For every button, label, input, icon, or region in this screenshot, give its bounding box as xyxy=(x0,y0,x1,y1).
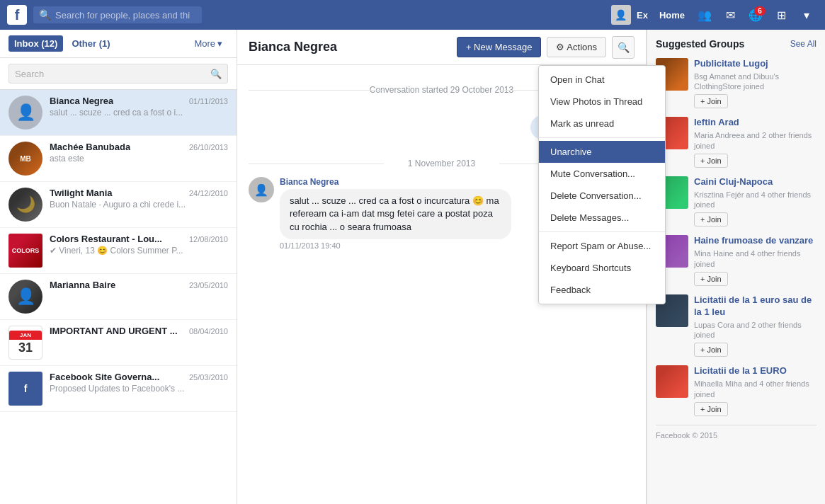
message-date: 12/08/2010 xyxy=(189,235,228,244)
group-description: Maria Andreea and 2 other friends joined xyxy=(694,130,817,151)
join-group-button[interactable]: + Join xyxy=(694,402,728,416)
nav-apps-icon[interactable]: ⊞ xyxy=(770,5,792,25)
nav-home-link[interactable]: Home xyxy=(654,10,690,21)
message-preview: Buon Natale · Auguro a chi crede i... xyxy=(50,200,228,210)
see-all-link[interactable]: See All xyxy=(790,39,817,49)
dropdown-item-unarchive[interactable]: Unarchive xyxy=(539,141,665,163)
list-item[interactable]: 👤 Marianna Baire 23/05/2010 xyxy=(0,274,237,320)
list-item[interactable]: f Facebook Site Governa... 25/03/2010 Pr… xyxy=(0,366,237,412)
dropdown-item-mute[interactable]: Mute Conversation... xyxy=(539,163,665,185)
message-date: 01/11/2013 xyxy=(189,97,228,105)
message-avatar: 👤 xyxy=(249,177,274,202)
nav-dropdown-icon[interactable]: ▾ xyxy=(795,5,818,25)
avatar: f xyxy=(8,372,42,406)
group-description: Mihaella Miha and 4 other friends joined xyxy=(694,379,817,399)
message-preview: Proposed Updates to Facebook's ... xyxy=(50,384,228,394)
dropdown-item-mark-unread[interactable]: Mark as unread xyxy=(539,113,665,134)
join-group-button[interactable]: + Join xyxy=(694,154,728,168)
search-icon: 🔍 xyxy=(210,69,222,79)
message-list: 👤 Bianca Negrea 01/11/2013 salut ... scu… xyxy=(0,90,237,504)
message-search-input[interactable] xyxy=(15,69,206,79)
nav-notifications-icon[interactable]: 🌐 6 xyxy=(744,5,767,25)
group-name[interactable]: Licitatii de la 1 EURO xyxy=(694,365,817,377)
avatar: JAN 31 xyxy=(8,326,42,360)
facebook-logo: f xyxy=(7,5,27,25)
list-item[interactable]: 🌙 Twilight Mania 24/12/2010 Buon Natale … xyxy=(0,182,237,228)
group-item: Haine frumoase de vanzare Mina Haine and… xyxy=(656,235,817,285)
nav-username[interactable]: Ex xyxy=(637,10,648,21)
dropdown-item-delete-messages[interactable]: Delete Messages... xyxy=(539,207,665,229)
dropdown-item-feedback[interactable]: Feedback xyxy=(539,279,665,301)
message-sender-name: IMPORTANT AND URGENT ... xyxy=(50,326,178,336)
dropdown-item-view-photos[interactable]: View Photos in Thread xyxy=(539,91,665,113)
list-item[interactable]: COLORS Colors Restaurant - Lou... 12/08/… xyxy=(0,228,237,274)
right-sidebar: Suggested Groups See All Publicitate Lug… xyxy=(647,30,825,504)
nav-icons-group: 👤 Ex Home 👥 ✉ 🌐 6 ⊞ ▾ xyxy=(611,5,818,25)
group-description: Bsg Amanet and Dibuu's ClothingStore joi… xyxy=(694,71,817,92)
message-sender-name: Colors Restaurant - Lou... xyxy=(50,234,162,244)
top-navigation: f 🔍 👤 Ex Home 👥 ✉ 🌐 6 ⊞ ▾ xyxy=(0,0,825,30)
suggested-groups-title: Suggested Groups xyxy=(656,38,744,50)
group-description: Lupas Cora and 2 other friends joined xyxy=(694,320,817,340)
message-date: 24/12/2010 xyxy=(189,189,228,197)
group-name[interactable]: Licitatii de la 1 euro sau de la 1 leu xyxy=(694,294,817,319)
group-item: Licitatii de la 1 euro sau de la 1 leu L… xyxy=(656,294,817,357)
message-sender-name: Facebook Site Governa... xyxy=(50,372,159,382)
dropdown-item-keyboard-shortcuts[interactable]: Keyboard Shortcuts xyxy=(539,257,665,279)
join-group-button[interactable]: + Join xyxy=(694,343,728,357)
actions-button[interactable]: ⚙ Actions xyxy=(547,37,606,57)
list-item[interactable]: JAN 31 IMPORTANT AND URGENT ... 08/04/20… xyxy=(0,320,237,366)
dropdown-divider xyxy=(539,137,665,138)
avatar: 🌙 xyxy=(8,188,42,222)
dropdown-item-report-spam[interactable]: Report Spam or Abuse... xyxy=(539,235,665,257)
avatar: COLORS xyxy=(8,234,42,268)
join-group-button[interactable]: + Join xyxy=(694,272,728,286)
search-icon: 🔍 xyxy=(39,9,51,21)
actions-dropdown-menu: Open in Chat View Photos in Thread Mark … xyxy=(538,65,666,304)
group-name[interactable]: Ieftin Arad xyxy=(694,117,817,129)
join-group-button[interactable]: + Join xyxy=(694,212,728,227)
group-name[interactable]: Haine frumoase de vanzare xyxy=(694,235,817,247)
group-item: Caini Cluj-Napoca Krisztina Fejér and 4 … xyxy=(656,176,817,227)
nav-messages-icon[interactable]: ✉ xyxy=(719,5,741,25)
group-item: Licitatii de la 1 EURO Mihaella Miha and… xyxy=(656,365,817,416)
message-preview: ✔ Vineri, 13 😊 Colors Summer P... xyxy=(50,246,228,256)
avatar: MB xyxy=(8,142,42,176)
inbox-tab[interactable]: Inbox (12) xyxy=(8,35,63,52)
facebook-footer: Facebook © 2015 xyxy=(656,425,817,440)
message-sender-name: Machée Banubada xyxy=(50,142,130,152)
group-name[interactable]: Caini Cluj-Napoca xyxy=(694,176,817,188)
more-button[interactable]: More ▾ xyxy=(188,35,228,52)
conversation-title: Bianca Negrea xyxy=(249,40,451,55)
message-preview: asta este xyxy=(50,154,228,164)
join-group-button[interactable]: + Join xyxy=(694,94,728,108)
message-date: 26/10/2013 xyxy=(189,143,228,151)
left-sidebar: Inbox (12) Other (1) More ▾ 🔍 👤 Bianc xyxy=(0,30,237,504)
inbox-tabs-bar: Inbox (12) Other (1) More ▾ xyxy=(0,30,237,58)
group-avatar xyxy=(656,365,688,398)
global-search-input[interactable] xyxy=(55,10,190,21)
message-sender-name: Marianna Baire xyxy=(50,280,115,290)
message-bubble: salut ... scuze ... cred ca a fost o inc… xyxy=(280,189,511,239)
dropdown-item-open-in-chat[interactable]: Open in Chat xyxy=(539,69,665,91)
global-search-bar[interactable]: 🔍 xyxy=(33,6,203,24)
suggested-groups-header: Suggested Groups See All xyxy=(656,38,817,50)
main-layout: Inbox (12) Other (1) More ▾ 🔍 👤 Bianc xyxy=(0,30,825,504)
group-name[interactable]: Publicitate Lugoj xyxy=(694,58,817,70)
message-timestamp: 01/11/2013 19:40 xyxy=(280,241,511,250)
message-date: 25/03/2010 xyxy=(189,373,228,382)
dropdown-item-delete-conversation[interactable]: Delete Conversation... xyxy=(539,185,665,207)
message-search-box: 🔍 xyxy=(0,58,237,90)
center-panel: Bianca Negrea + New Message ⚙ Actions 🔍 … xyxy=(237,30,647,504)
list-item[interactable]: 👤 Bianca Negrea 01/11/2013 salut ... scu… xyxy=(0,90,237,136)
list-item[interactable]: MB Machée Banubada 26/10/2013 asta este xyxy=(0,136,237,182)
message-date: 08/04/2010 xyxy=(189,327,228,336)
search-conversation-button[interactable]: 🔍 xyxy=(612,36,635,59)
message-sender-name: Bianca Negrea xyxy=(50,96,113,106)
other-tab[interactable]: Other (1) xyxy=(66,35,115,52)
notification-badge: 6 xyxy=(754,6,766,16)
nav-user-avatar: 👤 xyxy=(611,5,631,25)
new-message-button[interactable]: + New Message xyxy=(457,37,542,57)
nav-friends-icon[interactable]: 👥 xyxy=(693,5,716,25)
message-sender-name: Twilight Mania xyxy=(50,188,113,198)
